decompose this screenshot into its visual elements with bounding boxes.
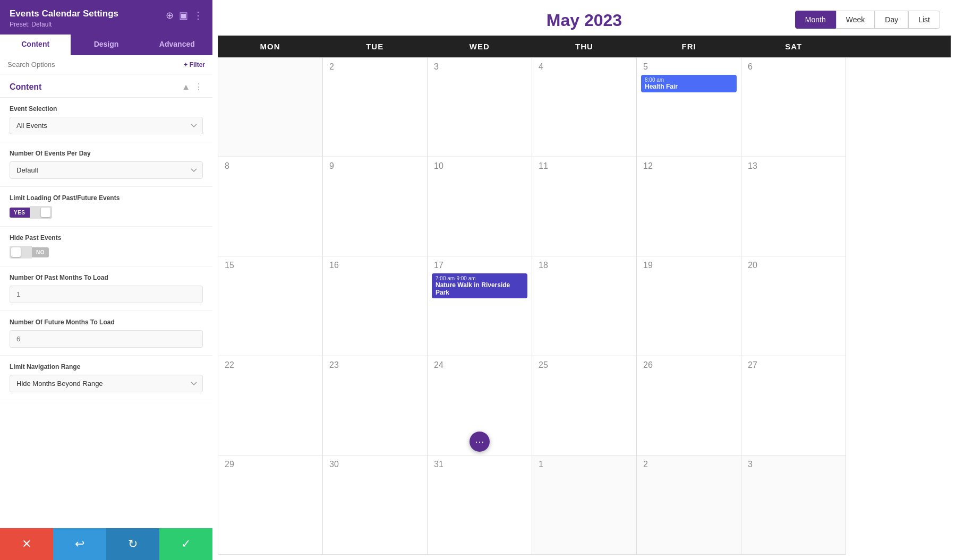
cell-number: 2 (641, 459, 737, 470)
calendar-cell[interactable]: 3 (741, 455, 846, 555)
cell-number: 4 (536, 61, 632, 73)
calendar-cell[interactable]: 20 (741, 256, 846, 356)
calendar-cell[interactable]: 31 (428, 455, 532, 555)
hide-past-toggle[interactable]: NO (10, 246, 203, 259)
calendar-cell[interactable]: 24 ⋯ (428, 356, 532, 455)
calendar-cell[interactable]: 3 (428, 58, 532, 157)
tab-content[interactable]: Content (0, 35, 71, 55)
toggle-track[interactable] (30, 206, 52, 219)
layout-icon[interactable]: ▣ (179, 10, 188, 21)
collapse-icon[interactable]: ▲ (182, 82, 190, 92)
limit-loading-group: Limit Loading Of Past/Future Events YES (0, 187, 212, 227)
calendar-cell[interactable] (218, 58, 323, 157)
day-header-sat: SAT (741, 36, 846, 57)
view-day-button[interactable]: Day (875, 11, 908, 29)
event-title: Health Fair (645, 83, 733, 90)
event-selection-group: Event Selection All Events Specific Even… (0, 98, 212, 142)
past-months-input[interactable] (10, 286, 203, 303)
calendar-week-3: 15 16 17 7:00 am-9:00 am Nature Walk in … (218, 256, 951, 356)
calendar-cell[interactable]: 16 (323, 256, 428, 356)
calendar-header: May 2023 Month Week Day List (212, 0, 956, 36)
calendar-cell[interactable]: 2 (637, 455, 741, 555)
calendar-cell[interactable]: 10 (428, 157, 532, 256)
sidebar-action-bar: ✕ ↩ ↻ ✓ (0, 528, 212, 560)
save-button[interactable]: ✓ (159, 528, 212, 560)
calendar-cell[interactable]: 6 (741, 58, 846, 157)
options-icon[interactable]: ⋮ (194, 82, 203, 92)
event-time: 8:00 am (645, 77, 733, 83)
calendar-cell[interactable]: 22 (218, 356, 323, 455)
limit-loading-toggle[interactable]: YES (10, 206, 203, 219)
cell-number: 15 (223, 260, 318, 271)
cell-number: 9 (327, 160, 423, 172)
tab-advanced[interactable]: Advanced (142, 35, 212, 55)
calendar-cell[interactable]: 19 (637, 256, 741, 356)
calendar-week-4: 22 23 24 ⋯ 25 26 27 (218, 356, 951, 455)
calendar-cell[interactable]: 26 (637, 356, 741, 455)
events-per-day-group: Number Of Events Per Day Default 1 2 3 (0, 142, 212, 187)
calendar-cell[interactable]: 8 (218, 157, 323, 256)
calendar-cell[interactable]: 13 (741, 157, 846, 256)
event-health-fair[interactable]: 8:00 am Health Fair (641, 75, 737, 92)
calendar-cell[interactable]: 12 (637, 157, 741, 256)
day-header-mon: MON (218, 36, 322, 57)
cell-number: 23 (327, 359, 423, 371)
calendar-cell[interactable]: 11 (532, 157, 637, 256)
more-icon[interactable]: ⋮ (193, 10, 203, 21)
calendar-cell[interactable]: 4 (532, 58, 637, 157)
past-months-label: Number Of Past Months To Load (10, 274, 203, 281)
calendar-cell[interactable]: 5 8:00 am Health Fair (637, 58, 741, 157)
calendar-cell[interactable]: 23 (323, 356, 428, 455)
future-months-input[interactable] (10, 330, 203, 348)
target-icon[interactable]: ⊕ (166, 10, 174, 21)
view-month-button[interactable]: Month (795, 11, 836, 29)
sidebar-search-bar: Filter (0, 55, 212, 74)
view-list-button[interactable]: List (908, 11, 940, 29)
limit-nav-select[interactable]: Hide Months Beyond Range Disable Navigat… (10, 375, 203, 392)
calendar-cell[interactable]: 1 (532, 455, 637, 555)
calendar-cell[interactable]: 30 (323, 455, 428, 555)
tab-design[interactable]: Design (71, 35, 141, 55)
toggle-no-label: NO (32, 247, 49, 257)
calendar-view-buttons: Month Week Day List (795, 11, 940, 29)
calendar-cell[interactable]: 27 (741, 356, 846, 455)
calendar-cell[interactable]: 9 (323, 157, 428, 256)
events-per-day-select[interactable]: Default 1 2 3 (10, 161, 203, 179)
event-nature-walk[interactable]: 7:00 am-9:00 am Nature Walk in Riverside… (432, 273, 527, 298)
undo-button[interactable]: ↩ (53, 528, 106, 560)
cell-number: 12 (641, 160, 737, 172)
content-section-header: Content ▲ ⋮ (0, 74, 212, 98)
calendar-cell[interactable]: 2 (323, 58, 428, 157)
redo-button[interactable]: ↻ (106, 528, 159, 560)
sidebar-header-icons: ⊕ ▣ ⋮ (166, 8, 203, 21)
calendar-cell[interactable]: 18 (532, 256, 637, 356)
calendar-cell[interactable]: 15 (218, 256, 323, 356)
limit-nav-label: Limit Navigation Range (10, 363, 203, 371)
fab-button[interactable]: ⋯ (470, 432, 490, 452)
hide-past-group: Hide Past Events NO (0, 227, 212, 266)
event-time: 7:00 am-9:00 am (436, 275, 524, 281)
cell-number: 20 (746, 260, 841, 271)
future-months-label: Number Of Future Months To Load (10, 318, 203, 326)
calendar-cell[interactable]: 25 (532, 356, 637, 455)
calendar-grid: MON TUE WED THU FRI SAT 2 3 4 (212, 36, 956, 560)
hide-past-label: Hide Past Events (10, 234, 203, 242)
toggle-track-off[interactable] (10, 246, 32, 259)
calendar-area: May 2023 Month Week Day List MON TUE WED… (212, 0, 956, 560)
calendar-week-5: 29 30 31 1 2 3 (218, 455, 951, 555)
toggle-thumb-off (11, 247, 21, 257)
toggle-thumb (41, 208, 50, 217)
calendar-cell[interactable]: 29 (218, 455, 323, 555)
cell-number (223, 61, 318, 63)
filter-button[interactable]: Filter (184, 61, 205, 68)
event-selection-select[interactable]: All Events Specific Events (10, 117, 203, 134)
cancel-button[interactable]: ✕ (0, 528, 53, 560)
sidebar: Events Calendar Settings Preset: Default… (0, 0, 212, 560)
view-week-button[interactable]: Week (836, 11, 875, 29)
calendar-cell[interactable]: 17 7:00 am-9:00 am Nature Walk in Rivers… (428, 256, 532, 356)
search-input[interactable] (7, 61, 184, 68)
cell-number: 13 (746, 160, 841, 172)
events-per-day-label: Number Of Events Per Day (10, 150, 203, 157)
sidebar-scrollable-content: Content ▲ ⋮ Event Selection All Events S… (0, 74, 212, 560)
cell-number: 2 (327, 61, 423, 73)
